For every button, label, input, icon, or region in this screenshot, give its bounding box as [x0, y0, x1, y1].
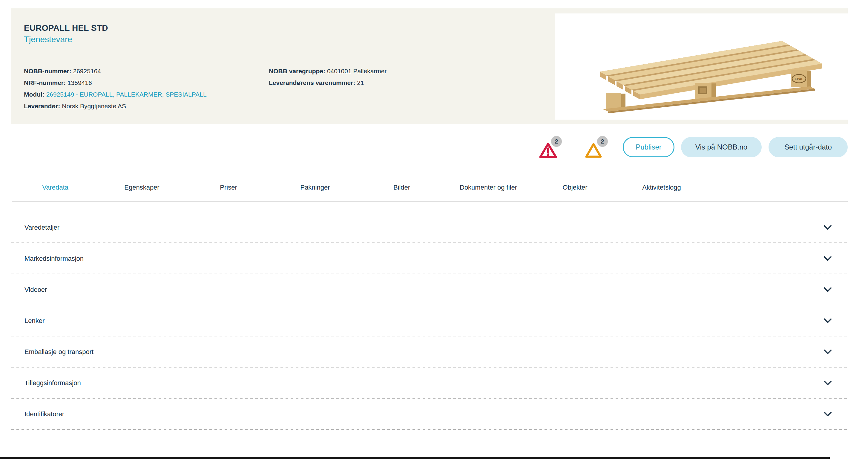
accordion-title: Tilleggsinformasjon	[25, 379, 81, 387]
chevron-down-icon	[824, 225, 832, 230]
epal-mark: EPAL	[795, 77, 804, 81]
nrf-number-value: 1359416	[67, 79, 92, 86]
tab-priser[interactable]: Priser	[185, 179, 272, 201]
footer-edge	[0, 457, 830, 459]
product-info: NOBB-nummer: 26925164 NRF-nummer: 135941…	[24, 65, 478, 112]
accordion-title: Markedsinformasjon	[25, 255, 84, 262]
nobb-number-value: 26925164	[73, 67, 101, 75]
accordion-title: Emballasje og transport	[25, 348, 93, 356]
error-count-badge: 2	[551, 136, 562, 147]
nrf-number-label: NRF-nummer:	[24, 79, 66, 86]
accordion-videoer[interactable]: Videoer	[11, 274, 848, 305]
accordion-varedetaljer[interactable]: Varedetaljer	[11, 212, 848, 243]
product-type: Tjenestevare	[24, 34, 108, 45]
accordion-title: Lenker	[25, 317, 44, 325]
accordion-lenker[interactable]: Lenker	[11, 305, 848, 336]
accordion-markedsinformasjon[interactable]: Markedsinformasjon	[11, 243, 848, 274]
publish-button[interactable]: Publiser	[623, 137, 675, 157]
tab-egenskaper[interactable]: Egenskaper	[99, 179, 185, 201]
chevron-down-icon	[824, 256, 832, 261]
nobb-number-label: NOBB-nummer:	[24, 67, 71, 75]
product-image-panel: EPAL	[555, 13, 848, 120]
accordion-title: Videoer	[25, 286, 47, 294]
module-link[interactable]: 26925149 - EUROPALL, PALLEKARMER, SPESIA…	[46, 91, 207, 98]
product-page: EUROPALL HEL STD Tjenestevare NOBB-numme…	[0, 0, 868, 459]
chevron-down-icon	[824, 287, 832, 292]
product-info-right: NOBB varegruppe: 0401001 Pallekarmer Lev…	[269, 65, 478, 88]
module-label: Modul:	[24, 91, 44, 98]
tab-dokumenter-og-filer[interactable]: Dokumenter og filer	[445, 179, 532, 201]
supplier-value: Norsk Byggtjeneste AS	[62, 103, 126, 110]
chevron-down-icon	[824, 381, 832, 385]
supplier-item-number-label: Leverandørens varenummer:	[269, 79, 355, 86]
tab-bar: Varedata Egenskaper Priser Pakninger Bil…	[12, 179, 848, 202]
accordion-title: Varedetaljer	[25, 224, 59, 231]
product-header: EUROPALL HEL STD Tjenestevare NOBB-numme…	[11, 8, 848, 124]
product-title-block: EUROPALL HEL STD Tjenestevare	[24, 23, 108, 45]
nobb-number-row: NOBB-nummer: 26925164	[24, 65, 227, 77]
item-group-label: NOBB varegruppe:	[269, 67, 325, 75]
supplier-label: Leverandør:	[24, 103, 60, 110]
chevron-down-icon	[824, 412, 832, 417]
tab-objekter[interactable]: Objekter	[532, 179, 618, 201]
tab-varedata[interactable]: Varedata	[12, 179, 99, 201]
supplier-item-number-value: 21	[357, 79, 364, 86]
tab-pakninger[interactable]: Pakninger	[272, 179, 359, 201]
accordion-identifikatorer[interactable]: Identifikatorer	[11, 399, 848, 430]
accordion-title: Identifikatorer	[25, 410, 64, 418]
module-row: Modul: 26925149 - EUROPALL, PALLEKARMER,…	[24, 88, 227, 100]
tab-aktivitetslogg[interactable]: Aktivitetslogg	[618, 179, 705, 201]
set-expiry-date-button[interactable]: Sett utgår-dato	[769, 137, 848, 157]
chevron-down-icon	[824, 318, 832, 323]
view-on-nobb-button[interactable]: Vis på NOBB.no	[681, 137, 762, 157]
tab-bilder[interactable]: Bilder	[359, 179, 445, 201]
product-info-left: NOBB-nummer: 26925164 NRF-nummer: 135941…	[24, 65, 227, 112]
accordion-tilleggsinformasjon[interactable]: Tilleggsinformasjon	[11, 368, 848, 399]
item-group-row: NOBB varegruppe: 0401001 Pallekarmer	[269, 65, 478, 77]
nrf-number-row: NRF-nummer: 1359416	[24, 77, 227, 88]
chevron-down-icon	[824, 349, 832, 354]
warning-count-badge: 2	[597, 136, 608, 147]
accordion-list: Varedetaljer Markedsinformasjon Videoer …	[11, 212, 848, 430]
supplier-item-number-row: Leverandørens varenummer: 21	[269, 77, 478, 88]
item-group-value: 0401001 Pallekarmer	[327, 67, 387, 75]
pallet-image: EPAL	[555, 13, 848, 120]
accordion-emballasje-og-transport[interactable]: Emballasje og transport	[11, 336, 848, 368]
supplier-row: Leverandør: Norsk Byggtjeneste AS	[24, 100, 227, 112]
page-title: EUROPALL HEL STD	[24, 23, 108, 33]
